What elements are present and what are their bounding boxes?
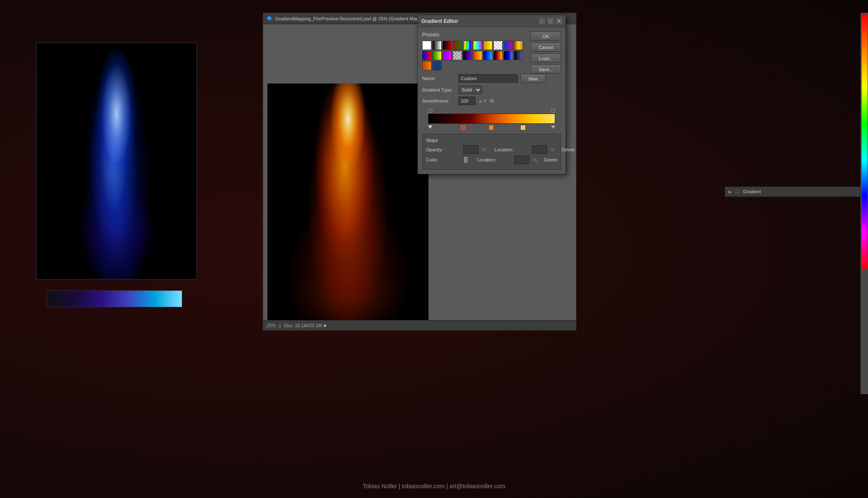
preset-swatch[interactable] [483,41,492,50]
preset-swatch[interactable] [442,51,452,60]
opacity-unit: % [482,147,486,152]
layer-row[interactable]: ▶ Gradient [725,187,860,197]
preset-swatch[interactable] [504,51,513,60]
doc-info: Doc: 16.1M/33.1M [284,323,322,328]
preset-swatch[interactable] [483,51,492,60]
layers-panel: ▶ Gradient [725,186,860,197]
gradient-bar-wrapper [428,114,555,124]
preset-swatch[interactable] [453,51,462,60]
blue-flame-canvas [37,43,196,279]
opacity-value-input[interactable] [463,145,479,154]
dialog-action-buttons: OK Cancel Load... Save... [531,31,561,74]
preset-swatch[interactable] [432,41,442,50]
color-stops-row [428,125,555,131]
preset-swatch[interactable] [432,61,442,70]
preset-swatch[interactable] [473,51,482,60]
color-swatch[interactable] [463,156,468,164]
gradient-type-label: Gradient Type: [422,87,456,92]
preset-swatch[interactable] [493,51,503,60]
preset-swatch[interactable] [453,41,462,50]
color-location-label: Location: [477,157,511,162]
right-color-panel [860,13,868,394]
color-location-input[interactable] [514,156,529,164]
color-spectrum-strip [862,14,868,269]
preset-swatch[interactable] [422,41,431,50]
fire-canvas [267,83,428,320]
color-stop-row: Color: Location: % Delete [426,156,557,164]
smoothness-label: Smoothness: [422,98,456,103]
color-stop-0[interactable] [428,125,432,129]
layer-name: Gradient [743,189,761,194]
layer-expand-icon[interactable]: ▶ [729,189,732,194]
smoothness-percent: % [490,98,497,103]
preset-swatch[interactable] [442,41,452,50]
preset-swatch[interactable] [504,41,513,50]
dialog-content: Presets ⚙ [418,27,565,174]
smoothness-row: Smoothness: ▲▼ % [422,97,561,105]
color-location-unit: % [533,157,537,162]
opacity-location-input[interactable] [532,145,547,154]
gradient-bar[interactable] [428,114,555,124]
preset-swatch[interactable] [422,61,431,70]
preset-swatch[interactable] [473,41,482,50]
opacity-stop-label: Opacity: [426,147,460,152]
ok-button[interactable]: OK [531,31,561,41]
smoothness-stepper[interactable]: ▲▼ [478,98,487,103]
color-stop-100[interactable] [551,125,555,129]
opacity-stop-right[interactable] [551,109,555,113]
dialog-titlebar: Gradient Editor − □ ✕ [418,15,565,27]
gradient-preview-swatch [47,290,182,307]
opacity-delete-button[interactable]: Delete [562,147,575,152]
stops-section: Stops Opacity: % Location: % Delete Colo… [422,134,561,170]
gradient-editor-dialog: Gradient Editor − □ ✕ Presets ⚙ [417,15,566,174]
gradient-bar-section [422,108,561,131]
dialog-title-text: Gradient Editor [421,18,458,24]
gradient-type-row: Gradient Type: Solid Noise [422,86,561,94]
preset-swatch[interactable] [493,41,503,50]
layer-thumbnail [734,189,740,195]
dialog-window-controls: − □ ✕ [539,18,562,24]
color-stop-label: Color: [426,157,460,162]
workspace-statusbar: 25% | Doc: 16.1M/33.1M ▶ [263,320,576,330]
opacity-stop-row: Opacity: % Location: % Delete [426,145,557,154]
color-delete-button[interactable]: Delete [544,157,557,162]
color-stop-30[interactable] [461,125,465,130]
save-button[interactable]: Save... [531,64,561,74]
color-stop-75[interactable] [521,125,525,130]
preset-swatch[interactable] [514,51,523,60]
new-button[interactable]: New [520,74,546,83]
maximize-button[interactable]: □ [548,18,554,24]
preset-swatch[interactable] [463,41,472,50]
gradient-type-select[interactable]: Solid Noise [459,86,482,94]
blue-flame-image [37,43,196,279]
minimize-button[interactable]: − [539,18,545,24]
preset-swatch[interactable] [432,51,442,60]
smoothness-input[interactable] [459,97,476,105]
zoom-level: 25% [267,323,276,328]
stops-title: Stops [426,138,557,143]
opacity-location-unit: % [551,147,555,152]
preset-swatch[interactable] [514,41,523,50]
load-button[interactable]: Load... [531,53,561,63]
close-button[interactable]: ✕ [556,18,562,24]
opacity-location-label: Location: [495,147,529,152]
footer: Tobias Noller | tobiasnoller.com | art@t… [0,483,868,490]
color-stop-50[interactable] [489,125,493,130]
opacity-stop-left[interactable] [428,109,432,113]
footer-text: Tobias Noller | tobiasnoller.com | art@t… [363,483,506,490]
document-tab-label: GradientMapping_FirePreview-Recovered.ps… [275,16,440,21]
presets-label: Presets [422,32,440,38]
left-flame-panel [36,42,197,280]
preset-swatch[interactable] [422,51,431,60]
preset-swatch[interactable] [463,51,472,60]
fire-image [267,83,428,320]
name-input[interactable] [459,74,518,83]
name-row: Name: New [422,74,561,83]
opacity-stops-row [428,108,555,114]
name-label: Name: [422,76,456,81]
cancel-button[interactable]: Cancel [531,42,561,52]
